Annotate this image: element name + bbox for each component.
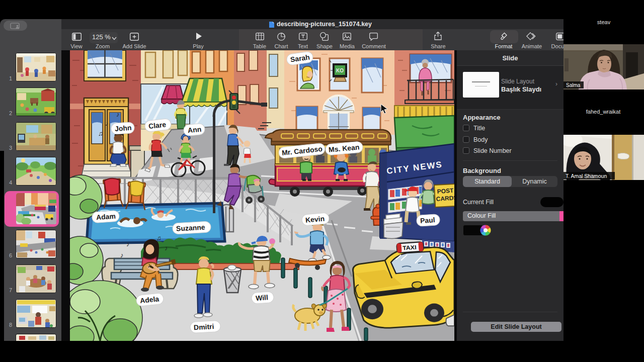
svg-text:Adam: Adam	[96, 212, 116, 222]
svg-text:Dmitri: Dmitri	[194, 322, 214, 331]
svg-text:♪: ♪	[116, 111, 120, 118]
svg-text:Ann: Ann	[187, 125, 202, 135]
svg-text:POST: POST	[437, 187, 454, 195]
svg-text:♪: ♪	[165, 244, 168, 252]
svg-text:KO: KO	[336, 68, 344, 73]
svg-text:Salma: Salma	[566, 82, 581, 88]
svg-text:TAXI: TAXI	[403, 244, 417, 251]
svg-text:Suzanne: Suzanne	[176, 223, 206, 233]
svg-text:♪: ♪	[105, 120, 109, 127]
svg-text:♪: ♪	[147, 261, 151, 269]
svg-text:Kevin: Kevin	[305, 214, 325, 224]
svg-text:Will: Will	[255, 293, 268, 302]
svg-text:♫: ♫	[98, 130, 103, 137]
svg-text:CARDS: CARDS	[436, 194, 454, 203]
svg-text:♪: ♪	[126, 240, 130, 248]
svg-text:♫: ♫	[156, 234, 162, 242]
svg-text:T. Amal Shamoun: T. Amal Shamoun	[566, 173, 607, 179]
svg-text:♪: ♪	[120, 251, 124, 259]
svg-text:Paul: Paul	[420, 216, 435, 225]
svg-text:John: John	[114, 124, 131, 133]
